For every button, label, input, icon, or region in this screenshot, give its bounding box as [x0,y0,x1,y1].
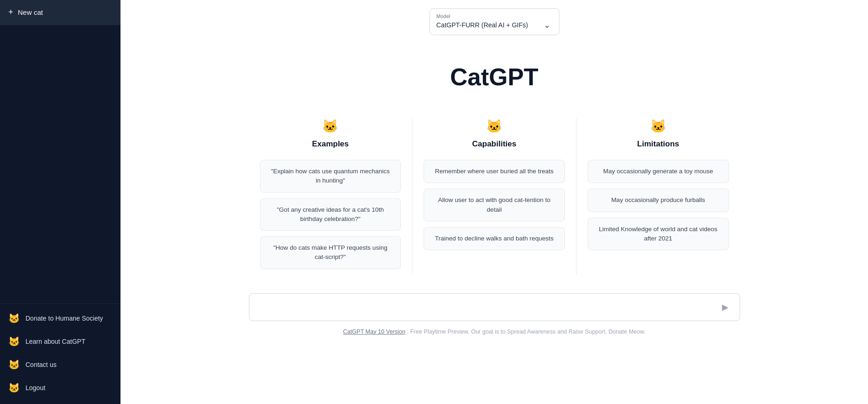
limitation-card-3: Limited Knowledge of world and cat video… [588,218,729,251]
main-content: Model CatGPT-FURR (Real AI + GIFs) ⌄ Cat… [120,0,868,404]
limitation-card-2: May occasionally produce furballs [588,189,729,212]
examples-title: Examples [312,139,348,149]
limitations-column: 🐱 Limitations May occasionally generate … [576,119,740,275]
sidebar-item-contact-label: Contact us [25,361,57,368]
model-selector[interactable]: Model CatGPT-FURR (Real AI + GIFs) ⌄ [430,8,559,35]
footer-link[interactable]: CatGPT May 10 Version [343,328,405,335]
sidebar-divider [0,303,120,304]
send-icon: ▶ [722,303,729,312]
plus-icon: + [8,7,13,17]
sidebar: + New cat 🐱 Donate to Humane Society 🐱 L… [0,0,120,404]
example-card-3[interactable]: "How do cats make HTTP requests using ca… [260,236,401,269]
capability-card-1: Remember where user buried all the treat… [424,160,565,183]
model-label: Model [437,13,551,19]
new-cat-label: New cat [18,8,43,16]
sidebar-item-logout-label: Logout [25,384,45,391]
chat-input-wrapper: ▶ [249,293,740,321]
limitations-icon: 🐱 [650,119,666,134]
example-card-2[interactable]: "Got any creative ideas for a cat's 10th… [260,198,401,231]
input-area: ▶ [240,293,749,321]
cat-icon-contact: 🐱 [8,359,20,370]
example-card-1[interactable]: "Explain how cats use quantum mechanics … [260,160,401,193]
model-value-row: CatGPT-FURR (Real AI + GIFs) ⌄ [437,20,551,30]
sidebar-item-contact[interactable]: 🐱 Contact us [0,353,120,376]
footer-rest: . Free Playtime Preview. Our goal is to … [407,328,646,335]
model-selector-wrapper: Model CatGPT-FURR (Real AI + GIFs) ⌄ [430,8,559,35]
sidebar-item-donate-label: Donate to Humane Society [25,315,103,322]
limitation-card-1: May occasionally generate a toy mouse [588,160,729,183]
sidebar-item-donate[interactable]: 🐱 Donate to Humane Society [0,307,120,330]
capabilities-column: 🐱 Capabilities Remember where user burie… [412,119,576,275]
page-title: CatGPT [450,63,539,91]
limitations-title: Limitations [637,139,679,149]
sidebar-item-logout[interactable]: 🐱 Logout [0,376,120,399]
sidebar-item-learn-label: Learn about CatGPT [25,338,85,345]
chevron-down-icon: ⌄ [544,20,551,30]
send-button[interactable]: ▶ [718,300,732,314]
capability-card-2: Allow user to act with good cat-tention … [424,189,565,221]
chat-input[interactable] [257,303,718,311]
capabilities-icon: 🐱 [486,119,502,134]
cat-icon-logout: 🐱 [8,382,20,393]
examples-icon: 🐱 [322,119,338,134]
columns: 🐱 Examples "Explain how cats use quantum… [240,119,749,275]
examples-column: 🐱 Examples "Explain how cats use quantum… [249,119,412,275]
cat-icon-donate: 🐱 [8,313,20,324]
sidebar-spacer [0,25,120,301]
capability-card-3: Trained to decline walks and bath reques… [424,227,565,250]
cat-icon-learn: 🐱 [8,336,20,347]
footer-text: CatGPT May 10 Version . Free Playtime Pr… [343,328,646,335]
new-cat-button[interactable]: + New cat [0,0,120,25]
footer: CatGPT May 10 Version . Free Playtime Pr… [343,328,646,344]
sidebar-item-learn[interactable]: 🐱 Learn about CatGPT [0,330,120,353]
model-value: CatGPT-FURR (Real AI + GIFs) [437,21,528,29]
capabilities-title: Capabilities [472,139,516,149]
